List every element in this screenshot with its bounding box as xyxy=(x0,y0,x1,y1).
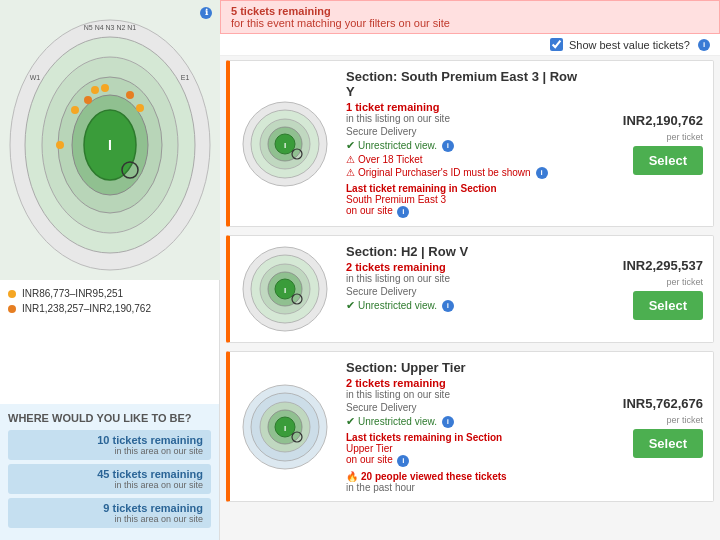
listing-info-1: Section: South Premium East 3 | Row Y 1 … xyxy=(340,61,593,226)
warning-row-1b: ⚠ Original Purchaser's ID must be shown … xyxy=(346,167,587,179)
flame-icon: 🔥 xyxy=(346,471,358,482)
in-listing-3: in this listing on our site xyxy=(346,389,587,400)
svg-point-16 xyxy=(136,104,144,112)
stadium-map: I N5 N4 N3 N2 N1 E1 W1 ℹ xyxy=(0,0,220,280)
check-icon-3: ✔ xyxy=(346,415,355,428)
legend-dot-1 xyxy=(8,290,16,298)
svg-text:I: I xyxy=(284,286,286,295)
where-item-1[interactable]: 10 tickets remaining in this area on our… xyxy=(8,430,211,460)
listing-card-1: I Section: South Premium East 3 | Row Y … xyxy=(226,60,714,227)
where-title: WHERE WOULD YOU LIKE TO BE? xyxy=(8,412,211,424)
svg-point-17 xyxy=(56,141,64,149)
in-listing-1: in this listing on our site xyxy=(346,113,587,124)
warning-icon-1b: ⚠ xyxy=(346,167,355,178)
left-panel: I N5 N4 N3 N2 N1 E1 W1 ℹ INR86,773–INR95… xyxy=(0,0,220,540)
svg-text:N5 N4 N3 N2 N1: N5 N4 N3 N2 N1 xyxy=(84,24,137,31)
best-value-info-icon[interactable]: i xyxy=(698,39,710,51)
svg-text:I: I xyxy=(284,424,286,433)
last-ticket-msg-3: Last tickets remaining in Section xyxy=(346,432,587,443)
unrestricted-badge-1: ✔ Unrestricted view. i xyxy=(346,139,454,152)
svg-text:I: I xyxy=(284,141,286,150)
listing-title-1: Section: South Premium East 3 | Row Y xyxy=(346,69,587,99)
right-panel: 5 tickets remaining for this event match… xyxy=(220,0,720,540)
check-icon-2: ✔ xyxy=(346,299,355,312)
where-item-2[interactable]: 45 tickets remaining in this area on our… xyxy=(8,464,211,494)
unrestricted-info-icon-2[interactable]: i xyxy=(442,300,454,312)
svg-point-11 xyxy=(91,86,99,94)
select-button-1[interactable]: Select xyxy=(633,146,703,175)
svg-text:I: I xyxy=(108,137,112,153)
secure-2: Secure Delivery xyxy=(346,286,587,297)
svg-point-12 xyxy=(101,84,109,92)
best-value-checkbox[interactable] xyxy=(550,38,563,51)
last-ticket-msg-1: Last ticket remaining in Section xyxy=(346,183,587,194)
per-ticket-2: per ticket xyxy=(666,277,703,287)
purchaser-info-icon[interactable]: i xyxy=(536,167,548,179)
listing-price-2: INR2,295,537 per ticket Select xyxy=(593,236,713,342)
price-amount-3: INR5,762,676 xyxy=(623,396,703,411)
legend-area: INR86,773–INR95,251 INR1,238,257–INR2,19… xyxy=(0,280,219,400)
listing-price-1: INR2,190,762 per ticket Select xyxy=(593,61,713,226)
svg-point-14 xyxy=(71,106,79,114)
unrestricted-badge-3: ✔ Unrestricted view. i xyxy=(346,415,454,428)
last-ticket-section-3: Upper Tier xyxy=(346,443,587,454)
tickets-remaining-1: 1 ticket remaining xyxy=(346,101,587,113)
svg-point-13 xyxy=(84,96,92,104)
legend-item-2: INR1,238,257–INR2,190,762 xyxy=(8,301,211,316)
unrestricted-info-icon-1[interactable]: i xyxy=(442,140,454,152)
select-button-2[interactable]: Select xyxy=(633,291,703,320)
secure-1: Secure Delivery xyxy=(346,126,587,137)
alert-bold: 5 tickets remaining xyxy=(231,5,331,17)
svg-text:E1: E1 xyxy=(181,74,190,81)
listing-map-2: I xyxy=(230,236,340,342)
per-ticket-1: per ticket xyxy=(666,132,703,142)
tickets-remaining-3: 2 tickets remaining xyxy=(346,377,587,389)
listing-card-2: I Section: H2 | Row V 2 tickets remainin… xyxy=(226,235,714,343)
where-item-3[interactable]: 9 tickets remaining in this area on our … xyxy=(8,498,211,528)
legend-dot-2 xyxy=(8,305,16,313)
price-amount-2: INR2,295,537 xyxy=(623,258,703,273)
where-would-you-be: WHERE WOULD YOU LIKE TO BE? 10 tickets r… xyxy=(0,404,219,540)
listing-price-3: INR5,762,676 per ticket Select xyxy=(593,352,713,501)
in-listing-2: in this listing on our site xyxy=(346,273,587,284)
last-ticket-on-site-1: on our site i xyxy=(346,205,587,218)
viewed-sub-3: in the past hour xyxy=(346,482,587,493)
tickets-remaining-2: 2 tickets remaining xyxy=(346,261,587,273)
on-site-info-3[interactable]: i xyxy=(397,455,409,467)
listing-map-1: I xyxy=(230,61,340,226)
viewed-msg-3: 🔥 20 people viewed these tickets xyxy=(346,471,587,482)
best-value-bar: Show best value tickets? i xyxy=(220,34,720,56)
listings-container: I Section: South Premium East 3 | Row Y … xyxy=(220,56,720,540)
secure-3: Secure Delivery xyxy=(346,402,587,413)
last-ticket-on-site-3: on our site i xyxy=(346,454,587,467)
last-ticket-section-1: South Premium East 3 xyxy=(346,194,587,205)
listing-title-3: Section: Upper Tier xyxy=(346,360,587,375)
select-button-3[interactable]: Select xyxy=(633,429,703,458)
warning-row-1a: ⚠ Over 18 Ticket xyxy=(346,154,587,165)
svg-text:W1: W1 xyxy=(30,74,41,81)
per-ticket-3: per ticket xyxy=(666,415,703,425)
listing-info-2: Section: H2 | Row V 2 tickets remaining … xyxy=(340,236,593,342)
alert-sub: for this event matching your filters on … xyxy=(231,17,450,29)
unrestricted-info-icon-3[interactable]: i xyxy=(442,416,454,428)
unrestricted-badge-2: ✔ Unrestricted view. i xyxy=(346,299,454,312)
price-amount-1: INR2,190,762 xyxy=(623,113,703,128)
listing-info-3: Section: Upper Tier 2 tickets remaining … xyxy=(340,352,593,501)
best-value-label: Show best value tickets? xyxy=(569,39,690,51)
alert-bar: 5 tickets remaining for this event match… xyxy=(220,0,720,34)
info-icon[interactable]: ℹ xyxy=(198,4,212,19)
listing-title-2: Section: H2 | Row V xyxy=(346,244,587,259)
svg-point-15 xyxy=(126,91,134,99)
listing-card-3: I Section: Upper Tier 2 tickets remainin… xyxy=(226,351,714,502)
on-site-info-1[interactable]: i xyxy=(397,206,409,218)
check-icon-1: ✔ xyxy=(346,139,355,152)
listing-map-3: I xyxy=(230,352,340,501)
legend-item-1: INR86,773–INR95,251 xyxy=(8,286,211,301)
warning-icon-1a: ⚠ xyxy=(346,154,355,165)
